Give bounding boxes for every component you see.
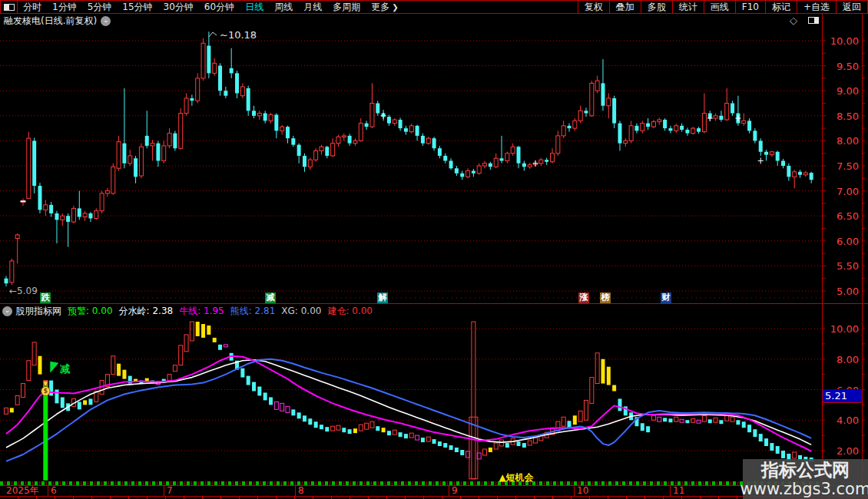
indicator-chart[interactable]: $减 bbox=[0, 319, 822, 486]
month-separator bbox=[670, 486, 671, 496]
period-tab-多周期[interactable]: 多周期 bbox=[333, 1, 360, 14]
diamond-icon[interactable]: ◇ bbox=[790, 15, 797, 25]
svg-text:$: $ bbox=[44, 388, 48, 395]
ind-bar-yellow bbox=[573, 415, 577, 425]
ind-bar-red bbox=[336, 425, 340, 430]
ind-bar-red bbox=[409, 433, 413, 438]
candle-up bbox=[167, 128, 171, 148]
ind-bar-yellow bbox=[83, 400, 87, 405]
period-tab-60分钟[interactable]: 60分钟 bbox=[204, 1, 234, 14]
toolbar-button-标记[interactable]: 标记 bbox=[765, 1, 797, 13]
month-separator bbox=[48, 486, 48, 496]
candle-up bbox=[196, 73, 200, 103]
ind-bar-yellow bbox=[489, 448, 492, 452]
chevron-down-icon[interactable]: ⌄ bbox=[101, 16, 111, 26]
candle-up bbox=[213, 58, 217, 76]
ind-bar-yellow bbox=[196, 322, 200, 336]
period-tab-日线[interactable]: 日线 bbox=[245, 1, 263, 14]
candle-up bbox=[624, 138, 628, 147]
candle-down bbox=[66, 213, 70, 247]
candle-up bbox=[342, 134, 346, 141]
ind-bar-yellow bbox=[38, 356, 41, 375]
ind-bar-red bbox=[331, 426, 335, 431]
ind-bar-cyan bbox=[736, 420, 740, 425]
divider-chip-榜: 榜 bbox=[600, 292, 611, 303]
ind-bar-cyan bbox=[742, 421, 746, 428]
candle-up bbox=[320, 145, 323, 155]
ind-bar-cyan bbox=[781, 451, 785, 458]
ind-bar-cyan bbox=[438, 441, 442, 446]
candle-down bbox=[764, 150, 768, 160]
ind-bar-red bbox=[15, 395, 19, 405]
period-tab-月线[interactable]: 月线 bbox=[303, 1, 322, 14]
period-tab-15分钟[interactable]: 15分钟 bbox=[122, 1, 152, 14]
period-tab-分时[interactable]: 分时 bbox=[23, 1, 41, 14]
toolbar-button-多股[interactable]: 多股 bbox=[641, 1, 672, 13]
ind-bar-red bbox=[393, 430, 396, 435]
axis-border bbox=[822, 14, 823, 499]
toolbar-button-F10[interactable]: F10 bbox=[735, 1, 765, 13]
candle-down bbox=[173, 131, 177, 150]
candle-up bbox=[128, 150, 132, 166]
more-menu[interactable]: 更多❯ bbox=[371, 1, 398, 14]
candle-down bbox=[404, 126, 408, 135]
toolbar-button-+自选[interactable]: +自选 bbox=[797, 1, 836, 13]
period-tab-5分钟[interactable]: 5分钟 bbox=[88, 1, 112, 14]
candle-down bbox=[88, 212, 92, 222]
main-candlestick-chart[interactable] bbox=[0, 28, 822, 292]
toolbar-button-返回[interactable]: 返回 bbox=[836, 1, 868, 13]
reduce-flag-icon bbox=[50, 362, 58, 373]
month-label-9: 9 bbox=[452, 486, 458, 496]
ind-bar-cyan bbox=[719, 420, 723, 424]
candle-up bbox=[83, 211, 87, 221]
ind-bar-magenta bbox=[286, 406, 290, 412]
period-tab-1分钟[interactable]: 1分钟 bbox=[52, 1, 77, 14]
toolbar-button-统计[interactable]: 统计 bbox=[672, 1, 704, 13]
month-label-10: 10 bbox=[577, 486, 588, 496]
collapse-chevron-icon[interactable]: ⌄ bbox=[2, 306, 12, 316]
ind-bar-cyan bbox=[387, 431, 391, 435]
main-y-tick: 5.50 bbox=[823, 260, 859, 272]
split-pane-button[interactable] bbox=[0, 1, 18, 13]
candle-down bbox=[663, 118, 667, 131]
ind-bar-red bbox=[731, 417, 734, 421]
ind-bar-red bbox=[483, 449, 487, 455]
indicator-y-tick: 8.00 bbox=[823, 353, 859, 365]
ind-bar-cyan bbox=[663, 418, 667, 421]
candle-down bbox=[416, 125, 419, 141]
period-tab-周线[interactable]: 周线 bbox=[274, 1, 293, 14]
toolbar-button-画线[interactable]: 画线 bbox=[704, 1, 735, 13]
ind-bar-cyan bbox=[708, 419, 712, 423]
split-pane-icon[interactable] bbox=[808, 17, 819, 24]
ind-bar-cyan bbox=[240, 368, 244, 378]
candle-down bbox=[618, 121, 621, 150]
divider-chip-财: 财 bbox=[661, 292, 671, 303]
candle-down bbox=[612, 96, 616, 128]
candle-up bbox=[483, 160, 487, 168]
candle-down bbox=[776, 150, 780, 166]
month-separator bbox=[574, 486, 575, 496]
ind-bar-red bbox=[500, 440, 504, 446]
main-y-tick: 5.00 bbox=[823, 286, 859, 297]
candle-up bbox=[539, 158, 543, 166]
ind-bar-red bbox=[651, 415, 655, 420]
candle-up bbox=[105, 188, 109, 197]
toolbar-button-复权[interactable]: 复权 bbox=[578, 1, 609, 13]
candle-down bbox=[122, 88, 126, 168]
ind-bar-cyan bbox=[522, 443, 526, 448]
candle-up bbox=[691, 127, 695, 134]
ind-bar-cyan bbox=[314, 421, 318, 428]
candle-up bbox=[314, 148, 318, 162]
candle-up bbox=[336, 135, 340, 147]
candle-up bbox=[793, 170, 797, 188]
period-tab-30分钟[interactable]: 30分钟 bbox=[164, 1, 194, 14]
time-axis[interactable]: 2025年 67891011 bbox=[0, 486, 868, 496]
indicator-y-tick: 10.00 bbox=[823, 323, 859, 335]
toolbar-button-叠加[interactable]: 叠加 bbox=[609, 1, 641, 13]
ind-bar-yellow bbox=[353, 428, 357, 433]
candle-down bbox=[517, 146, 521, 168]
ind-bar-cyan bbox=[325, 427, 329, 431]
mid-line bbox=[6, 360, 811, 448]
ind-bar-cyan bbox=[753, 429, 757, 437]
candle-up bbox=[714, 114, 717, 121]
